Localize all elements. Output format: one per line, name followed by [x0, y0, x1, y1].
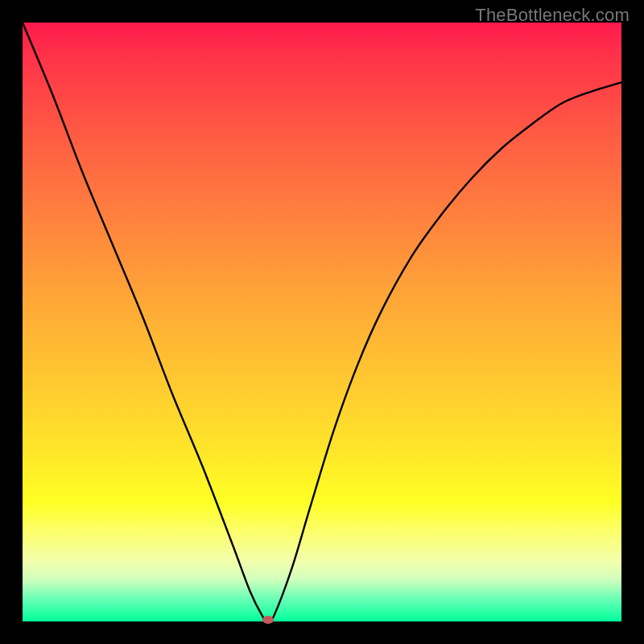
chart-watermark: TheBottleneck.com [475, 5, 630, 26]
chart-svg [23, 23, 621, 621]
bottleneck-curve [23, 23, 621, 622]
plot-area [23, 23, 621, 621]
optimal-point-marker [262, 616, 274, 624]
chart-container: TheBottleneck.com [0, 0, 644, 644]
